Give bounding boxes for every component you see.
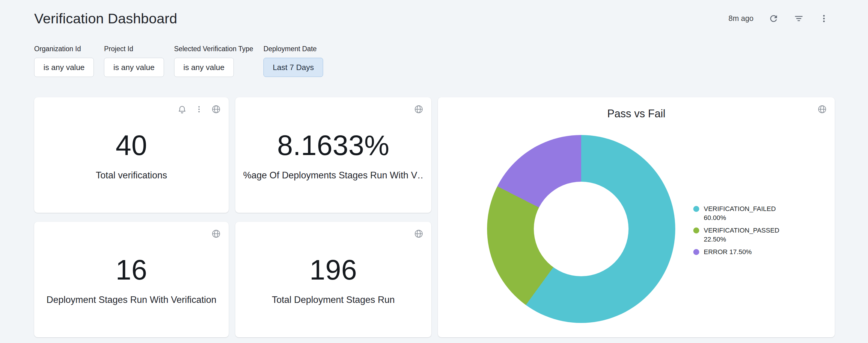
legend-swatch <box>693 228 699 234</box>
kebab-menu-icon[interactable] <box>819 13 829 24</box>
legend-item-verification-failed[interactable]: VERIFICATION_FAILED 60.00% <box>693 204 797 222</box>
tile-stages-run-with-verification: 16 Deployment Stages Run With Verificati… <box>34 222 229 337</box>
legend-label: VERIFICATION_PASSED 22.50% <box>704 226 797 244</box>
stat-label: Total Deployment Stages Run <box>272 295 395 305</box>
dashboard-header: Verification Dashboard 8m ago <box>34 10 829 27</box>
chart-legend: VERIFICATION_FAILED 60.00% VERIFICATION_… <box>693 204 797 256</box>
filter-deployment-date: Deployment Date Last 7 Days <box>264 45 323 77</box>
filter-label: Selected Verification Type <box>174 45 253 53</box>
refresh-icon[interactable] <box>769 13 779 24</box>
stat-value: 16 <box>116 254 148 286</box>
stat-label: Deployment Stages Run With Verification <box>46 295 216 305</box>
filter-organization-id-button[interactable]: is any value <box>34 58 94 77</box>
tile-actions <box>178 104 221 114</box>
header-actions: 8m ago <box>728 13 829 24</box>
tile-actions <box>414 229 424 239</box>
tile-actions <box>414 104 424 114</box>
filter-bar: Organization Id is any value Project Id … <box>34 45 323 77</box>
filter-label: Organization Id <box>34 45 94 53</box>
legend-swatch <box>693 206 699 212</box>
last-updated-text: 8m ago <box>728 14 753 23</box>
pass-vs-fail-card: Pass vs Fail VERIFICATION_FAILED 60.00% … <box>438 97 835 337</box>
cards-grid: 40 Total verifications 8.1633% %age Of D… <box>34 97 835 337</box>
tile-percent-stages-with-verification: 8.1633% %age Of Deployments Stages Run W… <box>235 97 431 213</box>
filter-verification-type: Selected Verification Type is any value <box>174 45 253 77</box>
globe-icon[interactable] <box>211 104 221 114</box>
legend-swatch <box>693 249 699 255</box>
globe-icon[interactable] <box>414 229 424 239</box>
dashboard-page: Verification Dashboard 8m ago Organizati… <box>0 0 868 343</box>
tile-actions <box>211 229 221 239</box>
stat-value: 8.1633% <box>277 129 390 162</box>
tile-actions <box>817 104 827 114</box>
alert-bell-icon[interactable] <box>178 105 187 114</box>
chart-title: Pass vs Fail <box>438 107 835 120</box>
page-title: Verification Dashboard <box>34 10 177 27</box>
filter-label: Project Id <box>104 45 164 53</box>
globe-icon[interactable] <box>817 104 827 114</box>
stat-value: 40 <box>116 129 148 162</box>
filter-icon[interactable] <box>794 13 804 24</box>
stat-label: Total verifications <box>96 170 167 181</box>
filter-label: Deployment Date <box>264 45 323 53</box>
tile-total-deployment-stages-run: 196 Total Deployment Stages Run <box>235 222 431 337</box>
legend-label: ERROR 17.50% <box>704 247 752 256</box>
filter-project-id-button[interactable]: is any value <box>104 58 164 77</box>
legend-item-error[interactable]: ERROR 17.50% <box>693 247 797 256</box>
tile-total-verifications: 40 Total verifications <box>34 97 229 213</box>
filter-verification-type-button[interactable]: is any value <box>174 58 234 77</box>
donut-chart[interactable] <box>487 135 675 323</box>
globe-icon[interactable] <box>211 229 221 239</box>
stat-value: 196 <box>310 254 357 286</box>
globe-icon[interactable] <box>414 104 424 114</box>
stat-label: %age Of Deployments Stages Run With V… <box>243 170 424 181</box>
filter-deployment-date-button[interactable]: Last 7 Days <box>264 58 323 77</box>
filter-organization-id: Organization Id is any value <box>34 45 94 77</box>
filter-project-id: Project Id is any value <box>104 45 164 77</box>
kebab-menu-icon[interactable] <box>194 105 204 114</box>
legend-label: VERIFICATION_FAILED 60.00% <box>704 204 797 222</box>
legend-item-verification-passed[interactable]: VERIFICATION_PASSED 22.50% <box>693 226 797 244</box>
